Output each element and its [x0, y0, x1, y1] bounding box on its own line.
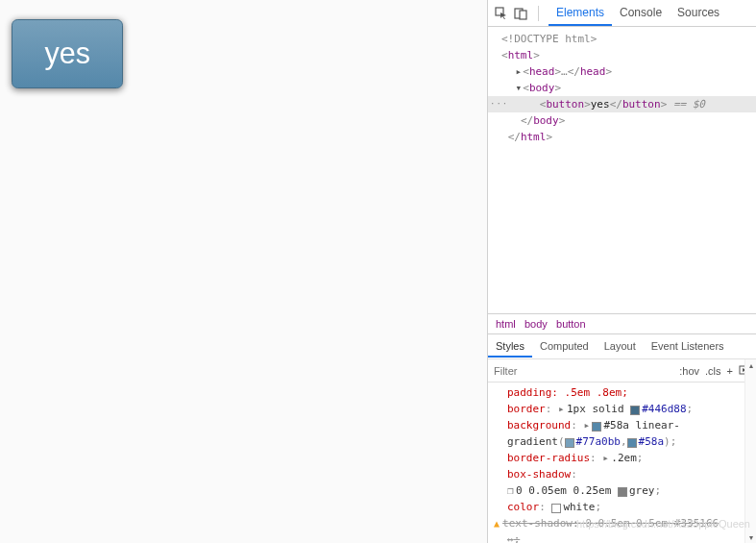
tab-sources[interactable]: Sources: [670, 0, 727, 26]
styles-scroll-area: padding: .5em .8em; border: ▸1px solid #…: [488, 383, 756, 543]
style-boxshadow-val[interactable]: ❐0 0.05em 0.25em grey;: [507, 482, 756, 499]
devtools-tabs: Elements Console Sources: [549, 0, 727, 26]
cls-toggle[interactable]: .cls: [705, 365, 721, 377]
dom-spacer: [488, 153, 756, 313]
rendered-yes-button[interactable]: yes: [12, 19, 123, 88]
dom-body-open[interactable]: ▾<body>: [488, 80, 756, 96]
toolbar-separator: [538, 6, 539, 21]
app-root: yes Elements Console Sources <!DOCTYPE h…: [0, 0, 756, 543]
styles-pane[interactable]: padding: .5em .8em; border: ▸1px solid #…: [488, 383, 756, 543]
style-boxshadow[interactable]: box-shadow:: [507, 466, 756, 482]
row-actions-icon[interactable]: ···: [490, 96, 508, 112]
tab-event-listeners[interactable]: Event Listeners: [644, 335, 732, 358]
styles-filter-row: :hov .cls + ▴: [488, 358, 756, 383]
warning-icon: ▲: [494, 515, 500, 531]
device-toggle-icon[interactable]: [513, 6, 528, 21]
style-radius[interactable]: border-radius: ▸.2em;: [507, 450, 756, 466]
dom-tree[interactable]: <!DOCTYPE html> <html> ▸<head>…</head> ▾…: [488, 27, 756, 153]
crumb-body[interactable]: body: [519, 318, 548, 330]
tab-layout[interactable]: Layout: [597, 335, 644, 358]
color-swatch-icon[interactable]: [565, 438, 574, 448]
tab-computed[interactable]: Computed: [532, 335, 597, 358]
tab-styles[interactable]: Styles: [488, 335, 532, 358]
devtools-toolbar: Elements Console Sources: [488, 0, 756, 27]
collapse-icon[interactable]: ▾: [514, 80, 523, 96]
hov-toggle[interactable]: :hov: [679, 365, 699, 377]
tab-console[interactable]: Console: [612, 0, 670, 26]
color-swatch-icon[interactable]: [627, 438, 637, 448]
expand-icon[interactable]: ▸: [514, 63, 523, 80]
scrollbar[interactable]: ▾: [744, 383, 756, 543]
style-color[interactable]: color: white;: [507, 499, 756, 515]
color-swatch-icon[interactable]: [592, 422, 601, 432]
new-rule-button[interactable]: +: [727, 365, 733, 377]
devtools-panel: Elements Console Sources <!DOCTYPE html>…: [487, 0, 756, 543]
style-gradient-args[interactable]: gradient(#77a0bb,#58a);: [507, 433, 756, 450]
breadcrumb: html body button: [488, 313, 756, 333]
page-viewport: yes: [0, 0, 487, 543]
style-background[interactable]: background: ▸#58a linear-: [507, 417, 756, 433]
tab-elements[interactable]: Elements: [549, 0, 612, 26]
dom-doctype[interactable]: <!DOCTYPE html>: [488, 31, 756, 47]
style-textshadow-cont[interactable]: ↔;: [507, 531, 756, 543]
inspect-icon[interactable]: [494, 6, 509, 21]
scroll-up-icon[interactable]: ▴: [745, 359, 756, 371]
dom-head[interactable]: ▸<head>…</head>: [488, 63, 756, 80]
crumb-html[interactable]: html: [496, 318, 516, 330]
style-truncated[interactable]: padding: .5em .8em;: [507, 384, 756, 401]
color-swatch-icon[interactable]: [630, 406, 640, 415]
dom-html-open[interactable]: <html>: [488, 47, 756, 63]
dom-html-close[interactable]: </html>: [488, 129, 756, 145]
styles-tabbar: Styles Computed Layout Event Listeners: [488, 333, 756, 358]
style-border[interactable]: border: ▸1px solid #446d88;: [507, 401, 756, 417]
color-swatch-icon[interactable]: [618, 487, 627, 497]
scroll-down-icon[interactable]: ▾: [745, 531, 756, 543]
dom-body-close[interactable]: </body>: [488, 112, 756, 129]
color-swatch-icon[interactable]: [551, 504, 561, 513]
crumb-button[interactable]: button: [550, 318, 586, 330]
filter-input[interactable]: [488, 365, 673, 377]
svg-rect-2: [520, 11, 526, 19]
scrollbar-corner: ▴: [744, 359, 756, 383]
dom-button-selected[interactable]: <button>yes</button> == $0: [488, 96, 756, 112]
style-textshadow-invalid[interactable]: ▲text-shadow: 0 0.5em 0.5em #335166: [507, 515, 756, 531]
